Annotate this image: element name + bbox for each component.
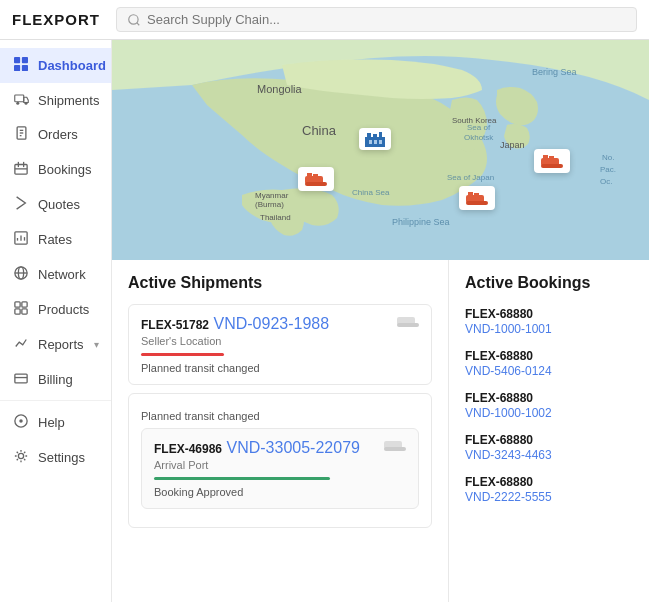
sidebar-item-help[interactable]: Help	[0, 405, 111, 440]
booking-link-1[interactable]: VND-1000-1001	[465, 322, 633, 336]
svg-rect-63	[369, 140, 372, 144]
sidebar-label-help: Help	[38, 415, 65, 430]
network-icon	[12, 266, 30, 283]
sidebar-item-reports[interactable]: Reports ▾	[0, 327, 111, 362]
svg-rect-58	[466, 201, 488, 205]
svg-rect-27	[22, 309, 27, 314]
booking-row-1: FLEX-68880 VND-1000-1001	[465, 304, 633, 336]
sidebar-label-bookings: Bookings	[38, 162, 91, 177]
sidebar-item-bookings[interactable]: Bookings	[0, 152, 111, 187]
booking-id-4: FLEX-68880	[465, 433, 533, 447]
booking-link-3[interactable]: VND-1000-1002	[465, 406, 633, 420]
shipment-link-2[interactable]: VND-33005-22079	[227, 439, 360, 456]
svg-text:Sea of Japan: Sea of Japan	[447, 173, 494, 182]
svg-rect-52	[543, 155, 548, 159]
sidebar-item-billing[interactable]: Billing	[0, 362, 111, 396]
logo: FLEXPORT	[12, 11, 100, 28]
svg-text:China Sea: China Sea	[352, 188, 390, 197]
svg-rect-3	[22, 57, 28, 63]
bookings-icon	[12, 161, 30, 178]
search-box	[116, 7, 637, 32]
booking-id-1: FLEX-68880	[465, 307, 533, 321]
sidebar-item-products[interactable]: Products	[0, 292, 111, 327]
ship-icon-2	[384, 437, 406, 455]
sidebar-item-quotes[interactable]: Quotes	[0, 187, 111, 222]
sidebar-item-dashboard[interactable]: Dashboard	[0, 48, 111, 83]
svg-rect-5	[22, 65, 28, 71]
progress-bar-1	[141, 353, 224, 356]
svg-text:Okhotsk: Okhotsk	[464, 133, 494, 142]
sidebar-label-billing: Billing	[38, 372, 73, 387]
search-input[interactable]	[147, 12, 626, 27]
progress-bar-2	[154, 477, 330, 480]
svg-rect-67	[307, 173, 312, 177]
shipment-nested-status: Planned transit changed	[141, 410, 419, 422]
svg-rect-61	[373, 134, 377, 138]
svg-point-7	[16, 102, 19, 105]
map-pin-4[interactable]	[298, 167, 334, 191]
sidebar: Dashboard Shipments Orders Bookings Quot…	[0, 40, 112, 602]
sidebar-label-dashboard: Dashboard	[38, 58, 106, 73]
reports-chevron-icon: ▾	[94, 339, 99, 350]
active-bookings-title: Active Bookings	[465, 274, 633, 292]
booking-id-3: FLEX-68880	[465, 391, 533, 405]
svg-rect-57	[474, 193, 479, 197]
map-pin-2[interactable]	[459, 186, 495, 210]
svg-point-8	[24, 102, 27, 105]
booking-row-4: FLEX-68880 VND-3243-4463	[465, 430, 633, 462]
sidebar-item-settings[interactable]: Settings	[0, 440, 111, 475]
svg-rect-56	[468, 192, 473, 196]
svg-point-0	[129, 14, 138, 23]
svg-point-32	[18, 453, 23, 458]
active-shipments-panel: Active Shipments FLEX-51782 VND-0923-198…	[112, 260, 449, 602]
settings-icon	[12, 449, 30, 466]
booking-id-2: FLEX-68880	[465, 349, 533, 363]
svg-rect-68	[313, 174, 318, 178]
content-area: Bering Sea Sea of Okhotsk Sea of Japan C…	[112, 40, 649, 602]
svg-line-1	[137, 22, 140, 25]
active-bookings-panel: Active Bookings FLEX-68880 VND-1000-1001…	[449, 260, 649, 602]
booking-row-2: FLEX-68880 VND-5406-0124	[465, 346, 633, 378]
svg-text:Thailand: Thailand	[260, 213, 291, 222]
svg-text:(Burma): (Burma)	[255, 200, 284, 209]
svg-rect-73	[384, 447, 406, 451]
svg-rect-26	[15, 309, 20, 314]
svg-rect-71	[397, 323, 419, 327]
shipment-link-1[interactable]: VND-0923-1988	[214, 315, 330, 332]
reports-icon	[12, 336, 30, 353]
map-pin-1[interactable]	[534, 149, 570, 173]
svg-rect-4	[14, 65, 20, 71]
shipment-card-2: FLEX-46986 VND-33005-22079 Arrival Port …	[141, 428, 419, 509]
shipment-status-2: Booking Approved	[154, 486, 406, 498]
top-bar: FLEXPORT	[0, 0, 649, 40]
map-pin-3[interactable]	[359, 128, 391, 150]
sidebar-item-shipments[interactable]: Shipments	[0, 83, 111, 117]
billing-icon	[12, 371, 30, 387]
svg-text:No.: No.	[602, 153, 614, 162]
main-layout: Dashboard Shipments Orders Bookings Quot…	[0, 40, 649, 602]
sidebar-item-rates[interactable]: Rates	[0, 222, 111, 257]
sidebar-label-shipments: Shipments	[38, 93, 99, 108]
svg-text:Oc.: Oc.	[600, 177, 612, 186]
nav-divider	[0, 400, 111, 401]
sidebar-item-network[interactable]: Network	[0, 257, 111, 292]
svg-rect-2	[14, 57, 20, 63]
sidebar-label-rates: Rates	[38, 232, 72, 247]
sidebar-label-quotes: Quotes	[38, 197, 80, 212]
booking-link-4[interactable]: VND-3243-4463	[465, 448, 633, 462]
shipment-card-2-outer: Planned transit changed FLEX-46986 VND-3…	[128, 393, 432, 528]
booking-link-5[interactable]: VND-2222-5555	[465, 490, 633, 504]
shipment-card-1: FLEX-51782 VND-0923-1988 Seller's Locati…	[128, 304, 432, 385]
orders-icon	[12, 126, 30, 143]
booking-row-5: FLEX-68880 VND-2222-5555	[465, 472, 633, 504]
booking-link-2[interactable]: VND-5406-0124	[465, 364, 633, 378]
active-shipments-title: Active Shipments	[128, 274, 432, 292]
dashboard-icon	[12, 57, 30, 74]
svg-rect-60	[367, 133, 371, 138]
svg-text:Pac.: Pac.	[600, 165, 616, 174]
sidebar-label-orders: Orders	[38, 127, 78, 142]
svg-text:Philippine Sea: Philippine Sea	[392, 217, 450, 227]
sidebar-item-orders[interactable]: Orders	[0, 117, 111, 152]
ship-icon-1	[397, 313, 419, 331]
search-icon	[127, 13, 141, 27]
